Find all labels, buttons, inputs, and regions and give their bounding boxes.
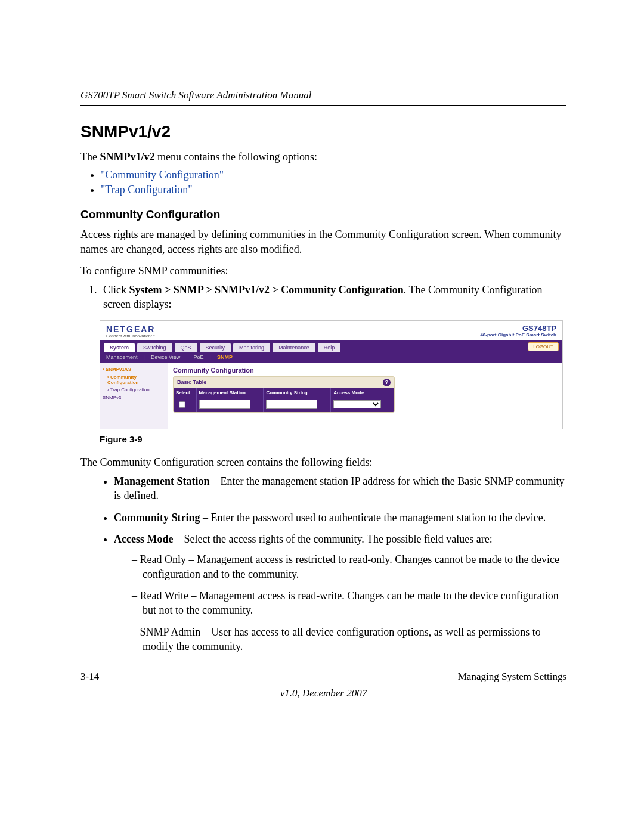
screenshot-header: NETGEAR Connect with Innovation™ GS748TP…: [100, 321, 562, 340]
cell-access-mode: [331, 397, 394, 412]
intro-paragraph: The SNMPv1/v2 menu contains the followin…: [80, 150, 566, 164]
header-rule: [80, 105, 566, 106]
side-group-snmpv1v2[interactable]: › SNMPv1/v2: [103, 367, 165, 372]
subtab-device-view[interactable]: Device View: [151, 354, 180, 360]
main-panel: Community Configuration Basic Table ? Se…: [168, 363, 562, 429]
paragraph-to-configure: To configure SNMP communities:: [80, 264, 566, 278]
tab-help[interactable]: Help: [318, 343, 341, 352]
side-group-snmpv1v2-label: SNMPv1/v2: [106, 367, 131, 372]
footer-version: v1.0, December 2007: [80, 688, 566, 699]
row-select-checkbox[interactable]: [179, 401, 185, 407]
paragraph-access-rights: Access rights are managed by defining co…: [80, 227, 566, 256]
table-header-row: Select Management Station Community Stri…: [174, 388, 394, 397]
link-community-configuration[interactable]: "Community Configuration": [101, 169, 224, 181]
main-tabs: System Switching QoS Security Monitoring…: [100, 340, 562, 352]
community-string-input[interactable]: [266, 400, 317, 409]
th-select: Select: [174, 388, 196, 397]
steps-list: Click System > SNMP > SNMPv1/v2 > Commun…: [80, 283, 566, 312]
brand-word: NETGEAR: [106, 324, 155, 334]
menu-option-community: "Community Configuration": [101, 169, 566, 181]
subtab-separator: |: [186, 354, 187, 360]
value-read-write: Read Write – Management access is read-w…: [132, 589, 566, 618]
side-nav: › SNMPv1/v2 › Community Configuration › …: [100, 363, 168, 429]
side-item-trap-configuration[interactable]: › Trap Configuration: [107, 387, 165, 392]
figure-3-9: NETGEAR Connect with Innovation™ GS748TP…: [100, 320, 566, 429]
document-page: GS700TP Smart Switch Software Administra…: [0, 0, 644, 833]
side-item-trap-configuration-label: Trap Configuration: [110, 387, 150, 392]
step-1-pre: Click: [103, 284, 129, 296]
value-snmp-admin: SNMP Admin – User has access to all devi…: [132, 625, 566, 654]
access-mode-select[interactable]: [333, 400, 381, 408]
step-1-path: System > SNMP > SNMPv1/v2 > Community Co…: [129, 284, 404, 296]
footer-section: Managing System Settings: [458, 671, 566, 683]
th-access-mode: Access Mode: [331, 388, 394, 397]
basic-table-header: Basic Table ?: [174, 377, 394, 388]
screenshot-body: › SNMPv1/v2 › Community Configuration › …: [100, 363, 562, 429]
product-info: GS748TP 48-port Gigabit PoE Smart Switch: [480, 324, 556, 338]
cell-management-station: [196, 397, 264, 412]
screenshot-community-configuration: NETGEAR Connect with Innovation™ GS748TP…: [100, 320, 563, 429]
subtab-separator: |: [210, 354, 211, 360]
intro-bold: SNMPv1/v2: [100, 151, 154, 163]
logout-button[interactable]: LOGOUT: [528, 342, 559, 351]
intro-post: menu contains the following options:: [154, 151, 317, 163]
subtab-separator: |: [144, 354, 145, 360]
basic-table-title: Basic Table: [177, 379, 206, 385]
section-title: SNMPv1/v2: [80, 122, 566, 141]
table-row: [174, 397, 394, 412]
cell-select: [174, 397, 196, 412]
cell-community-string: [264, 397, 331, 412]
product-model: GS748TP: [480, 324, 556, 333]
product-description: 48-port Gigabit PoE Smart Switch: [480, 333, 556, 338]
side-group-snmpv3[interactable]: SNMPv3: [103, 395, 165, 400]
step-1: Click System > SNMP > SNMPv1/v2 > Commun…: [100, 283, 566, 312]
access-mode-values: Read Only – Management access is restric…: [114, 552, 566, 654]
footer-page-number: 3-14: [80, 671, 99, 683]
tab-switching[interactable]: Switching: [137, 343, 172, 352]
running-header: GS700TP Smart Switch Software Administra…: [80, 89, 566, 101]
subtab-snmp[interactable]: SNMP: [217, 354, 233, 360]
community-table: Select Management Station Community Stri…: [174, 388, 394, 412]
management-station-input[interactable]: [199, 400, 250, 409]
menu-option-trap: "Trap Configuration": [101, 184, 566, 196]
brand-tagline: Connect with Innovation™: [106, 334, 155, 338]
field-ms-label: Management Station: [114, 475, 210, 487]
help-icon[interactable]: ?: [383, 379, 391, 386]
field-cs-label: Community String: [114, 512, 200, 524]
basic-table-panel: Basic Table ? Select Management Station …: [173, 376, 395, 413]
th-management-station: Management Station: [196, 388, 264, 397]
brand-logo: NETGEAR Connect with Innovation™: [106, 324, 155, 338]
th-community-string: Community String: [264, 388, 331, 397]
tab-maintenance[interactable]: Maintenance: [273, 343, 315, 352]
subtab-management[interactable]: Management: [106, 354, 138, 360]
side-item-community-configuration-label: Community Configuration: [107, 374, 138, 385]
footer-rule: [80, 667, 566, 667]
paragraph-fields-intro: The Community Configuration screen conta…: [80, 455, 566, 469]
field-community-string: Community String – Enter the password us…: [114, 510, 566, 525]
figure-caption: Figure 3-9: [100, 434, 566, 444]
footer-row: 3-14 Managing System Settings: [80, 671, 566, 683]
value-read-only: Read Only – Management access is restric…: [132, 552, 566, 581]
field-list: Management Station – Enter the managemen…: [80, 474, 566, 654]
tab-system[interactable]: System: [104, 343, 135, 352]
field-am-text: – Select the access rights of the commun…: [173, 533, 492, 545]
field-management-station: Management Station – Enter the managemen…: [114, 474, 566, 503]
tab-monitoring[interactable]: Monitoring: [233, 343, 270, 352]
menu-options-list: "Community Configuration" "Trap Configur…: [80, 169, 566, 196]
sub-tabs: Management | Device View | PoE | SNMP: [100, 352, 562, 363]
field-access-mode: Access Mode – Select the access rights o…: [114, 532, 566, 654]
link-trap-configuration[interactable]: "Trap Configuration": [101, 184, 193, 196]
panel-title: Community Configuration: [173, 367, 558, 374]
tab-security[interactable]: Security: [200, 343, 231, 352]
subheading-community-configuration: Community Configuration: [80, 208, 566, 221]
tab-qos[interactable]: QoS: [175, 343, 197, 352]
subtab-poe[interactable]: PoE: [194, 354, 204, 360]
field-cs-text: – Enter the password used to authenticat…: [200, 512, 546, 524]
intro-pre: The: [80, 151, 100, 163]
side-item-community-configuration[interactable]: › Community Configuration: [107, 374, 165, 385]
field-am-label: Access Mode: [114, 533, 173, 545]
